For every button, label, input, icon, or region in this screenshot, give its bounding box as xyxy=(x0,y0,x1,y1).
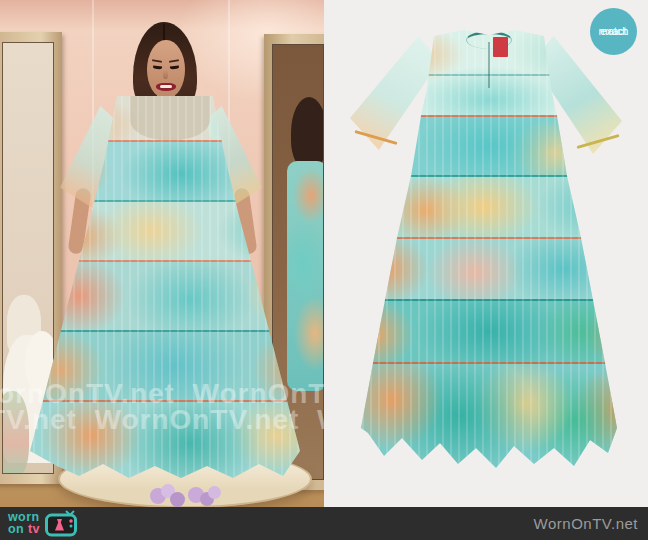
logo-text: worn on tv xyxy=(8,512,40,536)
hair-reflection xyxy=(291,97,324,169)
nose xyxy=(163,70,168,79)
flower xyxy=(208,486,221,499)
hair-part xyxy=(163,24,165,40)
tv-icon xyxy=(45,510,79,537)
logo-word-tv: tv xyxy=(28,522,40,536)
celebrity-photo: WornOnTV.net WornOnTV.net WornOnTV.net W… xyxy=(0,0,324,508)
vase-reflection xyxy=(2,391,29,474)
exact-match-badge: exact match xyxy=(590,8,637,55)
dress-reflection xyxy=(287,161,324,391)
neckline xyxy=(466,31,512,49)
flower xyxy=(170,492,185,507)
wornontv-composite-image: WornOnTV.net WornOnTV.net WornOnTV.net W… xyxy=(0,0,648,540)
product-photo xyxy=(324,0,648,508)
wornontv-logo: worn on tv xyxy=(8,510,79,537)
site-label: WornOnTV.net xyxy=(534,515,638,532)
flower-shoes xyxy=(150,484,222,508)
teeth xyxy=(160,85,172,88)
footer-bar: worn on tv WornOnTV.net xyxy=(0,507,648,540)
badge-line2: match xyxy=(599,25,629,38)
logo-word-on: on xyxy=(8,522,24,536)
